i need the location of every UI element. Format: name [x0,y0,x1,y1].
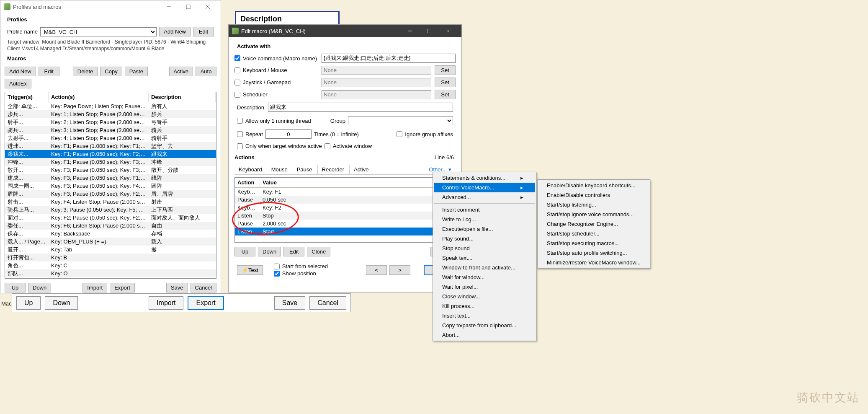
strip-down[interactable]: Down [45,296,78,310]
scheduler-set-button[interactable]: Set [435,90,456,99]
joystick-set-button[interactable]: Set [435,78,456,87]
desc-input[interactable] [268,103,453,112]
table-row[interactable]: 骑兵...Key: 3; Listen Stop; Pause (2.000 s… [5,126,216,134]
maximize-button[interactable] [179,0,198,13]
table-row[interactable]: 射手...Key: 2; Listen Stop; Pause (2.000 s… [5,118,216,126]
macros-paste-button[interactable]: Paste [125,67,148,76]
menu-item[interactable]: Speak text... [434,253,535,263]
menu-item[interactable]: Insert text... [434,311,535,321]
table-row[interactable]: 围成一圈...Key: F3; Pause (0.050 sec); Key: … [5,182,216,190]
action-clone-button[interactable]: Clone [307,247,330,256]
profile-addnew-button[interactable]: Add New [159,27,191,36]
table-row[interactable]: 部队...Key: O [5,269,216,277]
startfrom-checkbox[interactable] [274,264,280,269]
table-row[interactable]: 打开背包...Key: B [5,254,216,261]
macros-active-button[interactable]: Active [169,67,193,76]
table-row[interactable]: 载入... / Page UpKey: OEM_PLUS (+ =)载入 [5,238,216,246]
joystick-checkbox[interactable] [234,80,240,85]
macros-autoex-button[interactable]: AutoEx [5,79,31,88]
table-row[interactable]: Pause0.050 sec [235,196,455,204]
profile-edit-button[interactable]: Edit [193,27,214,36]
table-row[interactable]: 避开...Key: Tab撤 [5,246,216,254]
showpos-checkbox[interactable] [274,271,280,277]
table-row[interactable]: 全部: 单位...Key: Page Down; Listen Stop; Pa… [5,102,216,110]
menu-item[interactable]: Start/stop scheduler... [538,229,649,238]
table-row[interactable]: 冲锋...Key: F1; Pause (0.050 sec); Key: F3… [5,158,216,166]
table-row[interactable]: 骑兵上马...Key: 3; Pause (0.050 sec); Key: F… [5,206,216,214]
voice-input[interactable] [322,54,456,63]
import-button[interactable]: Import [82,283,107,292]
table-row[interactable]: 跟我来...Key: F1; Pause (0.050 sec); Key: F… [5,150,216,158]
menu-item[interactable]: Start/stop auto profile switching... [538,248,649,258]
action-edit-button[interactable]: Edit [283,247,304,256]
macros-edit-button[interactable]: Edit [39,67,59,76]
strip-save[interactable]: Save [274,296,305,310]
tab-mouse[interactable]: Mouse [267,165,292,174]
table-row[interactable]: 角色...Key: C [5,261,216,269]
table-row[interactable]: 面对...Key: F2; Pause (0.050 sec); Key: F2… [5,214,216,222]
col-value[interactable]: Value [260,178,455,187]
maximize-button[interactable] [420,25,439,37]
table-row[interactable]: KeyboardKey: F2 [235,204,455,212]
group-select[interactable] [348,116,453,125]
down-button[interactable]: Down [28,283,51,292]
menu-item[interactable]: Enable/Disable controllers [538,190,649,200]
menu-item[interactable]: Abort... [434,330,535,340]
menu-item[interactable]: Execute/open a file... [434,224,535,234]
table-row[interactable]: 盾牌...Key: F3; Pause (0.050 sec); Key: F2… [5,190,216,198]
activate-window-checkbox[interactable] [325,143,330,149]
keyboard-checkbox[interactable] [234,67,240,73]
back-button[interactable]: < [366,265,387,275]
menu-item[interactable]: Statements & conditions...▸ [434,173,535,183]
repeat-checkbox[interactable] [237,131,243,137]
tab-keyboard[interactable]: Keyboard [234,165,266,174]
strip-import[interactable]: Import [149,296,183,310]
table-row[interactable]: 步兵...Key: 1; Listen Stop; Pause (2.000 s… [5,110,216,118]
col-action[interactable]: Action [235,178,260,187]
tab-recorder[interactable]: Recorder [317,165,348,174]
table-row[interactable]: ListenStop [235,212,455,220]
titlebar[interactable]: Edit macro (M&B_VC_CH) [229,25,461,37]
table-row[interactable]: 散开...Key: F3; Pause (0.050 sec); Key: F3… [5,166,216,174]
menu-item[interactable]: Close window... [434,292,535,301]
keyboard-input[interactable] [322,66,431,75]
action-up-button[interactable]: Up [234,247,255,256]
tab-active[interactable]: Active [349,165,373,174]
keyboard-set-button[interactable]: Set [435,65,456,75]
col-description[interactable]: Description [149,92,216,102]
table-row[interactable]: 去射手...Key: 4; Listen Stop; Pause (2.000 … [5,134,216,142]
cancel-button[interactable]: Cancel [191,283,216,292]
table-row[interactable]: ListenStart [235,228,455,235]
col-actions[interactable]: Action(s) [49,92,149,102]
strip-up[interactable]: Up [16,296,41,310]
macros-auto-button[interactable]: Auto [196,67,216,76]
table-row[interactable]: 保存...Key: Backspace存档 [5,230,216,238]
menu-item[interactable]: Window to front and activate... [434,263,535,272]
strip-cancel[interactable]: Cancel [309,296,346,310]
save-button[interactable]: Save [166,283,188,292]
menu-item[interactable]: Control VoiceMacro...▸ [434,183,535,192]
table-row[interactable]: 建成...Key: F3; Pause (0.050 sec); Key: F1… [5,174,216,182]
menu-item[interactable]: Start/stop executing macros... [538,238,649,248]
menu-item[interactable]: Minimize/restore VoiceMacro window... [538,258,649,267]
control-voicemacro-submenu[interactable]: Enable/Disable keyboard shortcuts...Enab… [537,179,650,269]
ignore-affixes-checkbox[interactable] [397,131,402,137]
tab-pause[interactable]: Pause [293,165,317,174]
table-row[interactable]: 委任...Key: F6; Listen Stop; Pause (2.000 … [5,222,216,230]
table-row[interactable]: KeyboardKey: F1 [235,188,455,196]
menu-item[interactable]: Advanced...▸ [434,192,535,202]
menu-item[interactable]: Insert comment [434,205,535,215]
export-button[interactable]: Export [110,283,135,292]
voice-checkbox[interactable] [234,55,240,61]
menu-item[interactable]: Wait for pixel... [434,282,535,292]
scheduler-input[interactable] [322,90,431,99]
joystick-input[interactable] [322,78,431,87]
menu-item[interactable]: Change Recognizer Engine... [538,219,649,229]
table-row[interactable]: 射击...Key: F4; Listen Stop; Pause (2.000 … [5,198,216,206]
menu-item[interactable]: Start/stop listening... [538,200,649,210]
menu-item[interactable]: Play sound... [434,234,535,243]
minimize-button[interactable] [160,0,179,13]
menu-item[interactable]: Enable/Disable keyboard shortcuts... [538,181,649,190]
menu-item[interactable]: Write to Log... [434,215,535,224]
profile-select[interactable]: M&B_VC_CH [40,27,157,36]
